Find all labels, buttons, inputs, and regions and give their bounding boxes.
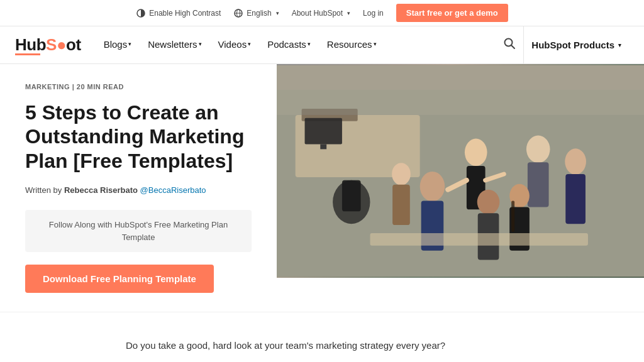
svg-rect-27 (392, 185, 410, 225)
about-label: About HubSpot (292, 9, 343, 18)
start-free-button[interactable]: Start free or get a demo (396, 4, 508, 22)
svg-point-21 (477, 190, 500, 215)
article-title: 5 Steps to Create an Outstanding Marketi… (25, 101, 252, 173)
language-chevron: ▾ (276, 10, 279, 16)
article-category: MARKETING | 20 MIN READ (25, 83, 252, 90)
hero-image-placeholder (277, 64, 644, 278)
search-icon (503, 37, 516, 50)
svg-rect-12 (342, 180, 361, 211)
svg-point-26 (392, 163, 411, 185)
article-author: Written by Rebecca Riserbato @BeccaRiser… (25, 185, 252, 195)
nav-newsletters[interactable]: Newsletters ▾ (140, 26, 209, 64)
author-name: Rebecca Riserbato (64, 185, 140, 195)
callout-text: Follow Along with HubSpot's Free Marketi… (49, 220, 228, 242)
logo-text: HubS●ot (15, 35, 81, 54)
videos-chevron: ▾ (248, 41, 251, 47)
about-chevron: ▾ (347, 10, 350, 16)
office-scene-svg (277, 64, 644, 278)
products-chevron: ▾ (618, 42, 621, 48)
globe-icon (233, 8, 243, 18)
language-selector[interactable]: English ▾ (233, 8, 279, 18)
nav-resources[interactable]: Resources ▾ (319, 26, 384, 64)
content-area: MARKETING | 20 MIN READ 5 Steps to Creat… (0, 64, 644, 312)
contrast-toggle[interactable]: Enable High Contrast (136, 8, 221, 18)
resources-chevron: ▾ (374, 41, 377, 47)
newsletters-chevron: ▾ (199, 41, 202, 47)
nav-podcasts[interactable]: Podcasts ▾ (260, 26, 318, 64)
svg-point-19 (565, 148, 586, 175)
main-navigation: HubS●ot Blogs ▾ Newsletters ▾ Videos ▾ P… (0, 26, 644, 64)
svg-point-13 (465, 139, 487, 167)
download-template-button[interactable]: Download Free Planning Template (25, 265, 214, 293)
article-hero-image (277, 64, 644, 312)
template-callout: Follow Along with HubSpot's Free Marketi… (25, 210, 252, 252)
nav-hubspot-products[interactable]: HubSpot Products ▾ (523, 26, 629, 64)
article-left: MARKETING | 20 MIN READ 5 Steps to Creat… (0, 64, 277, 312)
svg-rect-20 (565, 174, 586, 224)
svg-point-17 (526, 136, 550, 163)
bottom-content: Do you take a good, hard look at your te… (0, 312, 644, 362)
contrast-icon (136, 8, 146, 18)
nav-blogs[interactable]: Blogs ▾ (96, 26, 140, 64)
podcasts-chevron: ▾ (308, 41, 311, 47)
svg-rect-18 (528, 162, 549, 207)
svg-point-15 (420, 172, 445, 202)
login-link[interactable]: Log in (363, 9, 384, 18)
svg-rect-10 (320, 144, 326, 149)
svg-rect-30 (370, 233, 587, 246)
nav-items: Blogs ▾ Newsletters ▾ Videos ▾ Podcasts … (96, 26, 496, 64)
blogs-chevron: ▾ (128, 41, 131, 47)
login-label: Log in (363, 9, 384, 18)
about-hubspot-link[interactable]: About HubSpot ▾ (292, 9, 350, 18)
svg-rect-9 (305, 118, 342, 145)
svg-line-5 (512, 46, 515, 49)
utility-bar: Enable High Contrast English ▾ About Hub… (0, 0, 644, 26)
body-paragraph-1: Do you take a good, hard look at your te… (126, 337, 518, 354)
nav-videos[interactable]: Videos ▾ (211, 26, 259, 64)
svg-rect-32 (277, 65, 644, 115)
language-label: English (247, 9, 271, 18)
author-prefix: Written by (25, 185, 62, 195)
search-button[interactable] (496, 37, 523, 53)
contrast-label: Enable High Contrast (149, 9, 221, 18)
logo[interactable]: HubS●ot (15, 35, 81, 55)
svg-point-4 (505, 39, 513, 47)
author-handle[interactable]: @BeccaRiserbato (140, 185, 206, 195)
svg-rect-25 (511, 201, 514, 232)
